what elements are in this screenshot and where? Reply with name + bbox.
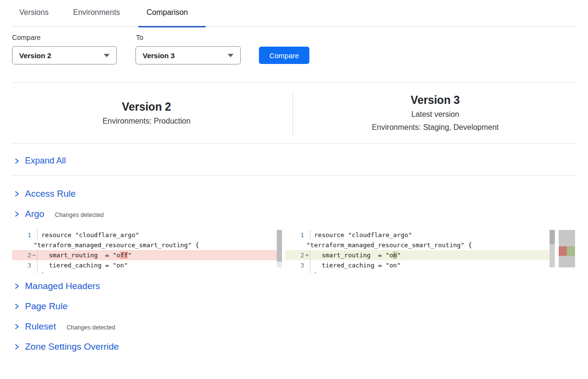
diff-panel-left[interactable]: 1 resource "cloudflare_argo" "terraform_… bbox=[12, 230, 282, 273]
section-argo[interactable]: Argo Changes detected bbox=[13, 209, 104, 219]
expand-all-label: Expand All bbox=[25, 156, 66, 166]
version-right-environments: Environments: Staging, Development bbox=[299, 121, 572, 134]
chevron-right-icon bbox=[13, 283, 20, 290]
version-left-environments: Environments: Production bbox=[12, 114, 281, 127]
tab-bar: Versions Environments Comparison bbox=[12, 0, 576, 27]
compare-from-label: Compare bbox=[12, 34, 41, 41]
divider bbox=[12, 175, 576, 176]
compare-to-value: Version 3 bbox=[143, 51, 175, 60]
diff-line: } bbox=[12, 270, 282, 273]
section-label: Page Rule bbox=[25, 301, 68, 312]
chevron-down-icon bbox=[228, 54, 233, 57]
version-left-header: Version 2 Environments: Production bbox=[12, 100, 281, 127]
section-label: Zone Settings Override bbox=[25, 341, 119, 352]
minimap-added-marker bbox=[567, 246, 575, 256]
changes-detected-badge: Changes detected bbox=[55, 210, 103, 218]
chevron-right-icon bbox=[13, 303, 20, 310]
divider bbox=[12, 143, 576, 144]
section-access-rule[interactable]: Access Rule bbox=[13, 189, 76, 199]
section-page-rule[interactable]: Page Rule bbox=[13, 301, 68, 312]
diff-line: 3 tiered_caching = "on" bbox=[12, 260, 282, 270]
version-right-title: Version 3 bbox=[299, 93, 572, 108]
diff-line-added: 2+ smart_routing = "on" bbox=[285, 250, 555, 260]
section-label: Ruleset bbox=[25, 321, 56, 332]
section-label: Argo bbox=[25, 209, 44, 219]
diff-panel-right[interactable]: 1 resource "cloudflare_argo" "terraform_… bbox=[285, 230, 555, 273]
diff-line-removed: 2− smart_routing = "off" bbox=[12, 250, 282, 260]
chevron-right-icon bbox=[13, 211, 20, 217]
divider bbox=[12, 82, 576, 83]
chevron-right-icon bbox=[13, 158, 20, 164]
section-label: Managed Headers bbox=[25, 281, 100, 291]
compare-from-value: Version 2 bbox=[19, 51, 51, 60]
vertical-divider bbox=[293, 91, 293, 136]
chevron-right-icon bbox=[13, 190, 20, 197]
version-right-subtitle: Latest version bbox=[299, 108, 572, 121]
diff-minimap[interactable] bbox=[559, 230, 575, 267]
chevron-right-icon bbox=[13, 323, 20, 330]
scrollbar-thumb[interactable] bbox=[550, 230, 555, 244]
compare-to-select[interactable]: Version 3 bbox=[135, 46, 241, 64]
diff-line: } bbox=[285, 270, 555, 273]
diff-line-wrap: "terraform_managed_resource_smart_routin… bbox=[285, 240, 555, 250]
chevron-down-icon bbox=[104, 54, 110, 57]
version-left-title: Version 2 bbox=[12, 100, 281, 114]
diff-line: 3 tiered_caching = "on" bbox=[285, 260, 555, 270]
version-right-header: Version 3 Latest version Environments: S… bbox=[299, 93, 572, 134]
diff-line: 1 resource "cloudflare_argo" bbox=[285, 230, 555, 240]
active-tab-underline bbox=[138, 26, 206, 27]
tab-comparison[interactable]: Comparison bbox=[147, 8, 188, 17]
compare-button[interactable]: Compare bbox=[259, 47, 309, 64]
comparison-page: Versions Environments Comparison Compare… bbox=[0, 0, 588, 379]
changes-detected-badge: Changes detected bbox=[66, 323, 115, 331]
removed-token: ff bbox=[120, 252, 128, 259]
tab-versions[interactable]: Versions bbox=[19, 8, 49, 17]
scrollbar-thumb[interactable] bbox=[277, 230, 282, 262]
section-zone-settings-override[interactable]: Zone Settings Override bbox=[13, 341, 119, 352]
section-ruleset[interactable]: Ruleset Changes detected bbox=[13, 321, 115, 332]
expand-all-toggle[interactable]: Expand All bbox=[13, 156, 66, 166]
minimap-removed-marker bbox=[559, 246, 567, 256]
compare-to-label: To bbox=[136, 34, 143, 41]
diff-line-wrap: "terraform_managed_resource_smart_routin… bbox=[12, 240, 282, 250]
section-label: Access Rule bbox=[25, 189, 76, 199]
compare-from-select[interactable]: Version 2 bbox=[12, 46, 117, 64]
scrollbar-track[interactable] bbox=[277, 262, 282, 267]
tab-environments[interactable]: Environments bbox=[73, 8, 120, 17]
diff-line: 1 resource "cloudflare_argo" bbox=[12, 230, 282, 240]
section-managed-headers[interactable]: Managed Headers bbox=[13, 281, 100, 291]
chevron-right-icon bbox=[13, 343, 20, 350]
